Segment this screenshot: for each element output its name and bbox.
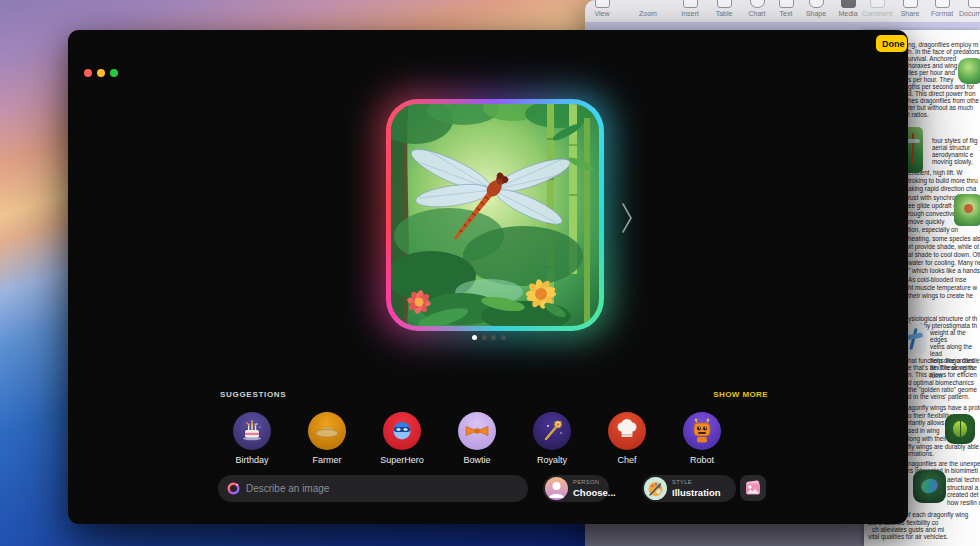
share-icon (903, 0, 918, 8)
done-button[interactable]: Done (876, 35, 907, 52)
suggestion-label: Royalty (524, 455, 580, 465)
toolbar-button-document[interactable]: Document (953, 0, 980, 22)
suggestion-birthday[interactable]: Birthday (224, 412, 280, 465)
person-chip-value: Choose... (573, 488, 616, 498)
suggestion-label: Robot (674, 455, 730, 465)
suggestion-chef[interactable]: Chef (599, 412, 655, 465)
doc-image-beetle-green (945, 414, 975, 444)
person-chip-eyebrow: PERSON (573, 480, 616, 486)
image-playground-window: Done (68, 30, 908, 524)
document-line: ch alleviates gusts and mi (872, 526, 980, 533)
document-paragraph: aerial techn structural a created det ho… (947, 476, 980, 507)
suggestion-farmer[interactable]: Farmer (299, 412, 355, 465)
toolbar-label: Zoom (626, 10, 670, 17)
style-chip[interactable]: STYLE Illustration (642, 475, 736, 502)
view-icon (595, 0, 610, 8)
suggestion-superhero[interactable]: SuperHero (374, 412, 430, 465)
insert-icon (683, 0, 698, 8)
minimize-button[interactable] (97, 69, 105, 77)
page-dot[interactable] (482, 335, 487, 340)
close-button[interactable] (84, 69, 92, 77)
suggestion-robot[interactable]: Robot (674, 412, 730, 465)
dragonfly-illustration (391, 104, 599, 326)
media-icon (841, 0, 856, 8)
shape-icon (809, 0, 824, 8)
page-dot[interactable] (491, 335, 496, 340)
toolbar-label: Document (953, 10, 980, 17)
doc-image-dragonfly-green (958, 58, 980, 84)
suggestion-label: SuperHero (374, 455, 430, 465)
photos-icon (740, 475, 766, 501)
format-icon (935, 0, 950, 8)
suggestion-label: Birthday (224, 455, 280, 465)
person-chip[interactable]: PERSON Choose... (543, 475, 609, 502)
style-chip-value: Illustration (672, 488, 721, 498)
doc-image-beetle-colorful (913, 470, 946, 503)
suggestion-label: Bowtie (449, 455, 505, 465)
page-dot[interactable] (501, 335, 506, 340)
document-line: vital qualities for air vehicles. (868, 533, 978, 540)
style-chip-eyebrow: STYLE (672, 480, 721, 486)
toolbar-button-zoom[interactable]: Zoom (626, 0, 670, 22)
scepter-icon (533, 412, 571, 450)
document-paragraph: efficient, high lift. W troking to build… (908, 169, 980, 300)
document-icon (968, 0, 980, 8)
suggestion-royalty[interactable]: Royalty (524, 412, 580, 465)
bowtie-icon (458, 412, 496, 450)
generated-image-frame[interactable] (386, 99, 604, 331)
doc-image-foliage (954, 194, 980, 226)
toolbar-label: View (585, 10, 624, 17)
page-dot[interactable] (472, 335, 477, 340)
carousel-page-dots[interactable] (472, 335, 506, 340)
chef-hat-icon (608, 412, 646, 450)
person-avatar-icon (545, 477, 568, 500)
comment-icon (870, 0, 885, 8)
text-icon (779, 0, 794, 8)
document-paragraph: hat functions like a cantil e that's fle… (908, 357, 980, 400)
zoom-window-button[interactable] (110, 69, 118, 77)
toolbar-button-view[interactable]: View (585, 0, 624, 22)
table-icon (717, 0, 732, 8)
birthday-cake-icon (233, 412, 271, 450)
palette-icon (644, 477, 667, 500)
suggestion-label: Chef (599, 455, 655, 465)
show-more-button[interactable]: SHOW MORE (678, 390, 768, 399)
chart-icon (750, 0, 765, 8)
next-image-chevron[interactable] (620, 200, 634, 236)
intelligence-sparkle-icon (227, 482, 240, 495)
suggestions-heading: SUGGESTIONS (220, 390, 286, 399)
document-paragraph: four styles of flig aerial structur aero… (932, 137, 980, 165)
suggestion-bowtie[interactable]: Bowtie (449, 412, 505, 465)
prompt-input[interactable]: Describe an image (218, 475, 528, 502)
superhero-icon (383, 412, 421, 450)
prompt-placeholder: Describe an image (246, 483, 329, 494)
pages-toolbar: View Zoom 114% ˅ Insert Table Chart Text… (585, 0, 980, 23)
robot-icon (683, 412, 721, 450)
farmer-hat-icon (308, 412, 346, 450)
suggestion-label: Farmer (299, 455, 355, 465)
photos-button[interactable] (740, 475, 766, 501)
